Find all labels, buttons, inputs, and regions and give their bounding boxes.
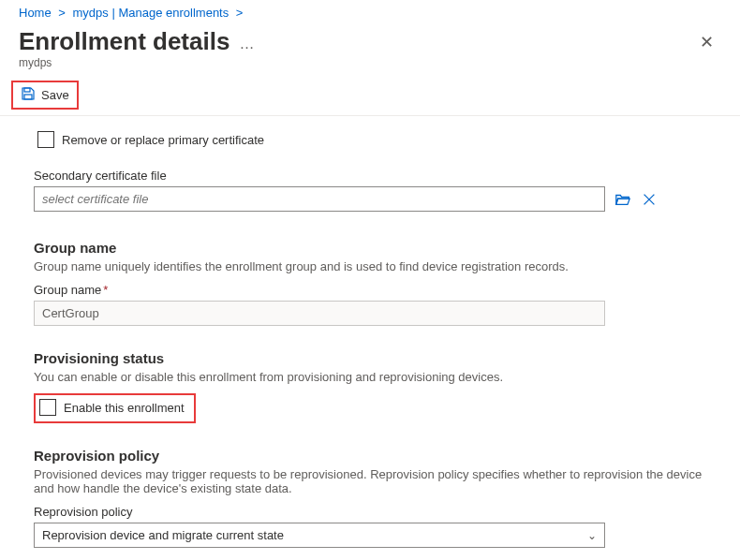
chevron-down-icon: ⌄: [587, 529, 597, 542]
save-icon: [21, 86, 36, 104]
secondary-cert-input[interactable]: [34, 186, 605, 212]
provisioning-status-section: Provisioning status You can enable or di…: [34, 350, 714, 423]
reprovision-desc: Provisioned devices may trigger requests…: [34, 467, 714, 495]
remove-primary-cert-label: Remove or replace primary certificate: [62, 133, 264, 147]
chevron-right-icon: >: [54, 6, 69, 20]
secondary-cert-label: Secondary certificate file: [34, 169, 714, 183]
chevron-right-icon: >: [232, 6, 247, 20]
close-icon[interactable]: ✕: [692, 28, 721, 56]
save-button-label: Save: [41, 88, 69, 102]
highlight-save: Save: [11, 81, 79, 110]
group-name-heading: Group name: [34, 240, 714, 256]
group-name-section: Group name Group name uniquely identifie…: [34, 240, 714, 326]
highlight-enable-enrollment: Enable this enrollment: [34, 393, 196, 423]
breadcrumb-service[interactable]: mydps | Manage enrollments: [73, 6, 232, 20]
page-subtitle: mydps: [0, 56, 740, 77]
provisioning-status-heading: Provisioning status: [34, 350, 714, 366]
breadcrumb: Home > mydps | Manage enrollments >: [0, 0, 740, 23]
group-name-input: [34, 301, 605, 326]
content-scroll[interactable]: Remove or replace primary certificate Se…: [0, 116, 740, 560]
breadcrumb-service-name: mydps: [73, 6, 109, 20]
svg-rect-1: [24, 95, 32, 99]
save-button[interactable]: Save: [19, 84, 71, 106]
group-name-desc: Group name uniquely identifies the enrol…: [34, 259, 714, 273]
reprovision-heading: Reprovision policy: [34, 448, 714, 464]
breadcrumb-page-name: Manage enrollments: [118, 6, 229, 20]
required-asterisk: *: [103, 283, 108, 297]
checkbox-icon[interactable]: [37, 131, 54, 148]
enable-enrollment-label: Enable this enrollment: [64, 401, 185, 415]
reprovision-field-label: Reprovision policy: [34, 505, 714, 519]
svg-rect-0: [24, 88, 30, 92]
provisioning-status-desc: You can enable or disable this enrollmen…: [34, 370, 714, 384]
folder-open-icon[interactable]: [614, 191, 631, 208]
clear-icon[interactable]: [641, 191, 658, 208]
reprovision-select[interactable]: Reprovision device and migrate current s…: [34, 523, 605, 548]
breadcrumb-home[interactable]: Home: [19, 6, 52, 20]
toolbar: Save: [0, 77, 740, 116]
reprovision-policy-section: Reprovision policy Provisioned devices m…: [34, 448, 714, 548]
more-icon[interactable]: …: [239, 32, 254, 52]
reprovision-select-value: Reprovision device and migrate current s…: [42, 528, 284, 542]
page-title: Enrollment details: [19, 27, 229, 56]
remove-primary-cert-checkbox-row[interactable]: Remove or replace primary certificate: [34, 127, 272, 152]
group-name-field-label-text: Group name: [34, 283, 101, 297]
enable-enrollment-checkbox[interactable]: [39, 399, 56, 416]
group-name-field-label: Group name*: [34, 283, 714, 297]
